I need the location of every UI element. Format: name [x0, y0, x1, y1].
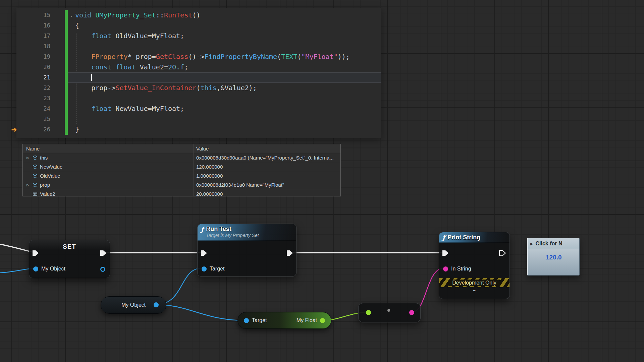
vcs-change-bar	[65, 10, 68, 20]
exec-out-pin[interactable]	[100, 250, 107, 256]
line-number[interactable]: 15	[16, 10, 50, 20]
float-input-pin[interactable]	[366, 310, 371, 315]
exec-in-pin[interactable]	[442, 250, 449, 256]
float-output-pin[interactable]	[320, 318, 325, 323]
bubble-header[interactable]: ▶ Click for N	[528, 238, 579, 249]
line-number[interactable]: 16	[16, 20, 50, 31]
object-wire-myobject-to-getter	[156, 305, 245, 320]
print-string-function-node[interactable]: ƒ Print String In String Development Onl…	[439, 232, 510, 299]
code-line-18[interactable]: 18	[16, 41, 381, 52]
play-icon: ▶	[530, 242, 533, 246]
fold-chevron-icon[interactable]: ⌄	[68, 10, 75, 20]
watch-header: Name Value	[23, 144, 340, 153]
pin-label: My Object	[41, 266, 65, 272]
exec-out-pin[interactable]	[499, 250, 506, 256]
line-number[interactable]: 20	[16, 62, 50, 72]
code-text	[75, 72, 381, 83]
string-input-pin[interactable]	[443, 266, 448, 272]
code-text: float NewValue=MyFloat;	[75, 104, 381, 114]
code-line-15[interactable]: 15⌄void UMyProperty_Set::RunTest()	[16, 10, 381, 20]
vcs-change-bar	[65, 20, 68, 31]
exec-in-pin[interactable]	[32, 250, 39, 256]
watch-row-OldValue[interactable]: OldValue1.00000000	[23, 171, 340, 180]
line-number[interactable]: 26	[16, 124, 50, 135]
node-title: Run Test	[206, 226, 259, 232]
target-pin-label: Target	[252, 317, 267, 323]
banner-label: Development Only	[449, 280, 500, 286]
chevron-down-icon[interactable]: ⌄	[439, 287, 509, 292]
my-object-variable-node[interactable]: My Object	[101, 296, 166, 314]
line-number[interactable]: 19	[16, 52, 50, 62]
line-number[interactable]: 25	[16, 114, 50, 124]
code-text: void UMyProperty_Set::RunTest()	[75, 10, 381, 20]
code-text	[75, 41, 381, 52]
variable-value: 0x000006d2f034e1a0 Name="MyFloat"	[194, 182, 340, 188]
fold-gutter	[68, 104, 75, 114]
expand-arrow-icon[interactable]: ▷	[25, 156, 30, 160]
target-input-pin[interactable]	[244, 318, 249, 323]
code-line-26[interactable]: 26➜}	[16, 124, 381, 135]
line-number[interactable]: 22	[16, 83, 50, 93]
node-title: Print String	[447, 234, 480, 241]
column-divider[interactable]	[194, 144, 194, 196]
run-test-function-node[interactable]: ƒ Run Test Target is My Property Set Tar…	[197, 224, 297, 277]
vcs-change-bar	[65, 52, 68, 62]
code-line-20[interactable]: 20 const float Value2=20.f;	[16, 62, 381, 72]
column-name[interactable]: Name	[23, 146, 194, 152]
watch-row-prop[interactable]: ▷prop0x000006d2f034e1a0 Name="MyFloat"	[23, 180, 340, 189]
watch-row-this[interactable]: ▷this0x000006d30d90aaa0 (Name="MyPropert…	[23, 153, 340, 162]
line-number[interactable]: 24	[16, 104, 50, 114]
object-output-pin[interactable]	[154, 302, 159, 307]
fold-gutter	[68, 114, 75, 124]
pin-label: Target	[210, 266, 224, 272]
code-line-16[interactable]: 16{	[16, 20, 381, 31]
object-input-pin[interactable]	[33, 266, 38, 272]
fold-gutter	[68, 62, 75, 72]
variable-name: this	[40, 155, 48, 161]
code-text: float OldValue=MyFloat;	[75, 31, 381, 41]
line-number[interactable]: 18	[16, 41, 50, 52]
execution-pointer-icon: ➜	[11, 125, 17, 135]
target-input-pin[interactable]	[202, 266, 207, 272]
cube-icon	[33, 164, 38, 169]
string-output-pin[interactable]	[409, 310, 414, 315]
code-text: const float Value2=20.f;	[75, 62, 381, 72]
debug-value-bubble[interactable]: ▶ Click for N 120.0	[527, 238, 580, 276]
code-line-25[interactable]: 25	[16, 114, 381, 124]
object-output-pin[interactable]	[100, 267, 105, 272]
code-line-21[interactable]: 21	[16, 72, 381, 83]
code-line-24[interactable]: 24 float NewValue=MyFloat;	[16, 104, 381, 114]
line-number[interactable]: 23	[16, 93, 50, 104]
line-number[interactable]: 21	[16, 72, 50, 83]
variable-value: 20.0000000	[194, 191, 340, 197]
code-line-23[interactable]: 23	[16, 93, 381, 104]
variable-name: NewValue	[40, 164, 62, 170]
vcs-change-bar	[65, 72, 68, 83]
watch-panel[interactable]: Name Value ▷this0x000006d30d90aaa0 (Name…	[22, 144, 341, 196]
exec-out-pin[interactable]	[286, 250, 293, 256]
my-float-pin-label: My Float	[297, 317, 317, 323]
code-text: }	[75, 124, 381, 135]
fold-gutter	[68, 31, 75, 41]
code-line-22[interactable]: 22 prop->SetValue_InContainer(this,&Valu…	[16, 83, 381, 93]
vcs-change-bar	[65, 124, 68, 135]
node-header[interactable]: ƒ Print String	[439, 232, 509, 243]
fold-gutter	[68, 93, 75, 104]
code-text: FProperty* prop=GetClass()->FindProperty…	[75, 52, 381, 62]
vcs-change-bar	[65, 104, 68, 114]
watch-row-Value2[interactable]: Value220.0000000	[23, 189, 340, 196]
watch-row-NewValue[interactable]: NewValue120.000000	[23, 162, 340, 171]
code-line-17[interactable]: 17 float OldValue=MyFloat;	[16, 31, 381, 41]
get-my-float-node[interactable]: Target My Float	[237, 312, 331, 329]
node-header[interactable]: ƒ Run Test Target is My Property Set	[198, 224, 296, 241]
code-editor-panel[interactable]: 15⌄void UMyProperty_Set::RunTest()16{17 …	[16, 8, 381, 138]
set-variable-node[interactable]: SET My Object	[29, 240, 110, 278]
variable-value: 0x000006d30d90aaa0 (Name="MyProperty_Set…	[194, 155, 340, 161]
exec-in-pin[interactable]	[200, 250, 208, 256]
to-string-conversion-node[interactable]	[358, 303, 421, 322]
expand-arrow-icon[interactable]: ▷	[25, 183, 30, 187]
code-line-19[interactable]: 19 FProperty* prop=GetClass()->FindPrope…	[16, 52, 381, 62]
column-value[interactable]: Value	[194, 146, 209, 152]
line-number[interactable]: 17	[16, 31, 50, 41]
code-text: {	[75, 20, 381, 31]
